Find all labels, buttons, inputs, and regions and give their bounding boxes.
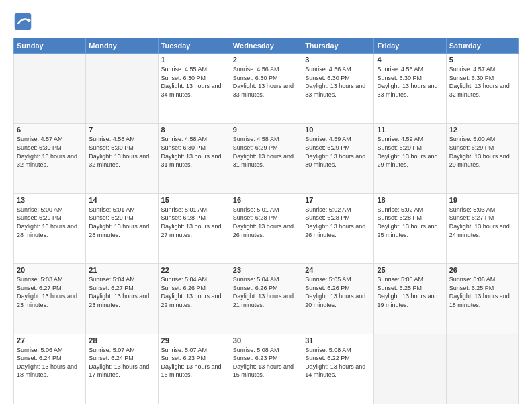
calendar-cell: 22Sunrise: 5:04 AM Sunset: 6:26 PM Dayli…	[158, 264, 230, 334]
weekday-thursday: Thursday	[302, 38, 374, 54]
day-info: Sunrise: 5:01 AM Sunset: 6:28 PM Dayligh…	[161, 205, 227, 239]
day-info: Sunrise: 5:03 AM Sunset: 6:27 PM Dayligh…	[449, 205, 515, 239]
calendar-cell: 11Sunrise: 4:59 AM Sunset: 6:29 PM Dayli…	[374, 124, 446, 193]
page: SundayMondayTuesdayWednesdayThursdayFrid…	[0, 0, 532, 411]
day-info: Sunrise: 4:59 AM Sunset: 6:29 PM Dayligh…	[305, 135, 371, 169]
day-info: Sunrise: 5:08 AM Sunset: 6:23 PM Dayligh…	[233, 346, 299, 379]
day-number: 17	[305, 196, 371, 204]
day-number: 19	[449, 196, 515, 204]
logo	[13, 12, 35, 31]
day-info: Sunrise: 5:05 AM Sunset: 6:25 PM Dayligh…	[377, 275, 443, 309]
day-number: 30	[233, 336, 299, 345]
day-info: Sunrise: 4:58 AM Sunset: 6:29 PM Dayligh…	[233, 135, 299, 169]
calendar-week-4: 20Sunrise: 5:03 AM Sunset: 6:27 PM Dayli…	[14, 264, 519, 334]
day-number: 7	[89, 126, 154, 134]
calendar-cell	[374, 334, 446, 404]
day-info: Sunrise: 4:59 AM Sunset: 6:29 PM Dayligh…	[377, 135, 443, 169]
calendar-cell: 8Sunrise: 4:58 AM Sunset: 6:30 PM Daylig…	[158, 124, 230, 193]
day-number: 25	[377, 266, 443, 274]
day-number: 3	[305, 56, 371, 64]
calendar-cell	[86, 54, 158, 124]
calendar-cell: 19Sunrise: 5:03 AM Sunset: 6:27 PM Dayli…	[446, 193, 518, 263]
calendar-table: SundayMondayTuesdayWednesdayThursdayFrid…	[13, 38, 519, 404]
day-number: 18	[377, 196, 443, 204]
day-number: 29	[161, 336, 227, 345]
day-info: Sunrise: 5:03 AM Sunset: 6:27 PM Dayligh…	[17, 275, 83, 309]
day-info: Sunrise: 5:05 AM Sunset: 6:26 PM Dayligh…	[305, 275, 371, 309]
calendar-cell: 31Sunrise: 5:08 AM Sunset: 6:22 PM Dayli…	[302, 334, 374, 404]
day-info: Sunrise: 5:04 AM Sunset: 6:26 PM Dayligh…	[161, 275, 227, 309]
calendar-cell: 1Sunrise: 4:55 AM Sunset: 6:30 PM Daylig…	[158, 54, 230, 124]
day-info: Sunrise: 5:00 AM Sunset: 6:29 PM Dayligh…	[17, 205, 83, 239]
calendar-week-2: 6Sunrise: 4:57 AM Sunset: 6:30 PM Daylig…	[14, 124, 519, 193]
day-number: 5	[449, 56, 515, 64]
calendar-cell: 25Sunrise: 5:05 AM Sunset: 6:25 PM Dayli…	[374, 264, 446, 334]
weekday-friday: Friday	[374, 38, 446, 54]
day-number: 6	[17, 126, 83, 134]
day-info: Sunrise: 5:00 AM Sunset: 6:29 PM Dayligh…	[449, 135, 515, 169]
day-info: Sunrise: 5:04 AM Sunset: 6:26 PM Dayligh…	[233, 275, 299, 309]
day-number: 26	[449, 266, 515, 274]
header	[13, 12, 519, 31]
calendar-cell: 6Sunrise: 4:57 AM Sunset: 6:30 PM Daylig…	[14, 124, 86, 193]
day-number: 22	[161, 266, 227, 274]
day-info: Sunrise: 5:01 AM Sunset: 6:29 PM Dayligh…	[89, 205, 154, 239]
day-info: Sunrise: 4:56 AM Sunset: 6:30 PM Dayligh…	[233, 65, 299, 99]
day-info: Sunrise: 4:58 AM Sunset: 6:30 PM Dayligh…	[161, 135, 227, 169]
calendar-cell: 20Sunrise: 5:03 AM Sunset: 6:27 PM Dayli…	[14, 264, 86, 334]
calendar-cell: 28Sunrise: 5:07 AM Sunset: 6:24 PM Dayli…	[86, 334, 158, 404]
day-number: 4	[377, 56, 443, 64]
day-info: Sunrise: 4:56 AM Sunset: 6:30 PM Dayligh…	[377, 65, 443, 99]
calendar-cell: 23Sunrise: 5:04 AM Sunset: 6:26 PM Dayli…	[230, 264, 302, 334]
weekday-wednesday: Wednesday	[230, 38, 302, 54]
day-number: 15	[161, 196, 227, 204]
day-number: 10	[305, 126, 371, 134]
day-info: Sunrise: 4:56 AM Sunset: 6:30 PM Dayligh…	[305, 65, 371, 99]
day-info: Sunrise: 5:01 AM Sunset: 6:28 PM Dayligh…	[233, 205, 299, 239]
day-number: 27	[17, 336, 83, 345]
day-info: Sunrise: 5:06 AM Sunset: 6:24 PM Dayligh…	[17, 346, 83, 379]
calendar-cell: 15Sunrise: 5:01 AM Sunset: 6:28 PM Dayli…	[158, 193, 230, 263]
weekday-monday: Monday	[86, 38, 158, 54]
calendar-cell: 13Sunrise: 5:00 AM Sunset: 6:29 PM Dayli…	[14, 193, 86, 263]
calendar-cell: 5Sunrise: 4:57 AM Sunset: 6:30 PM Daylig…	[446, 54, 518, 124]
calendar-cell	[446, 334, 518, 404]
day-number: 24	[305, 266, 371, 274]
calendar-cell: 3Sunrise: 4:56 AM Sunset: 6:30 PM Daylig…	[302, 54, 374, 124]
day-info: Sunrise: 5:02 AM Sunset: 6:28 PM Dayligh…	[305, 205, 371, 239]
day-number: 16	[233, 196, 299, 204]
day-info: Sunrise: 4:57 AM Sunset: 6:30 PM Dayligh…	[17, 135, 83, 169]
day-info: Sunrise: 5:06 AM Sunset: 6:25 PM Dayligh…	[449, 275, 515, 309]
calendar-cell: 29Sunrise: 5:07 AM Sunset: 6:23 PM Dayli…	[158, 334, 230, 404]
day-info: Sunrise: 4:58 AM Sunset: 6:30 PM Dayligh…	[89, 135, 154, 169]
calendar-cell: 2Sunrise: 4:56 AM Sunset: 6:30 PM Daylig…	[230, 54, 302, 124]
calendar-cell: 4Sunrise: 4:56 AM Sunset: 6:30 PM Daylig…	[374, 54, 446, 124]
calendar-cell	[14, 54, 86, 124]
day-info: Sunrise: 5:07 AM Sunset: 6:23 PM Dayligh…	[161, 346, 227, 379]
day-number: 11	[377, 126, 443, 134]
calendar-week-5: 27Sunrise: 5:06 AM Sunset: 6:24 PM Dayli…	[14, 334, 519, 404]
day-number: 2	[233, 56, 299, 64]
calendar-cell: 18Sunrise: 5:02 AM Sunset: 6:28 PM Dayli…	[374, 193, 446, 263]
day-number: 20	[17, 266, 83, 274]
day-info: Sunrise: 5:07 AM Sunset: 6:24 PM Dayligh…	[89, 346, 154, 379]
calendar-cell: 27Sunrise: 5:06 AM Sunset: 6:24 PM Dayli…	[14, 334, 86, 404]
calendar-cell: 9Sunrise: 4:58 AM Sunset: 6:29 PM Daylig…	[230, 124, 302, 193]
day-number: 13	[17, 196, 83, 204]
calendar-cell: 21Sunrise: 5:04 AM Sunset: 6:27 PM Dayli…	[86, 264, 158, 334]
weekday-header-row: SundayMondayTuesdayWednesdayThursdayFrid…	[14, 38, 519, 54]
svg-point-1	[27, 19, 30, 22]
day-number: 14	[89, 196, 154, 204]
day-info: Sunrise: 4:57 AM Sunset: 6:30 PM Dayligh…	[449, 65, 515, 99]
calendar-cell: 14Sunrise: 5:01 AM Sunset: 6:29 PM Dayli…	[86, 193, 158, 263]
calendar-cell: 24Sunrise: 5:05 AM Sunset: 6:26 PM Dayli…	[302, 264, 374, 334]
day-info: Sunrise: 4:55 AM Sunset: 6:30 PM Dayligh…	[161, 65, 227, 99]
calendar-cell: 10Sunrise: 4:59 AM Sunset: 6:29 PM Dayli…	[302, 124, 374, 193]
day-number: 21	[89, 266, 154, 274]
day-number: 12	[449, 126, 515, 134]
day-info: Sunrise: 5:08 AM Sunset: 6:22 PM Dayligh…	[305, 346, 371, 379]
calendar-cell: 16Sunrise: 5:01 AM Sunset: 6:28 PM Dayli…	[230, 193, 302, 263]
day-number: 9	[233, 126, 299, 134]
day-number: 28	[89, 336, 154, 345]
weekday-sunday: Sunday	[14, 38, 86, 54]
